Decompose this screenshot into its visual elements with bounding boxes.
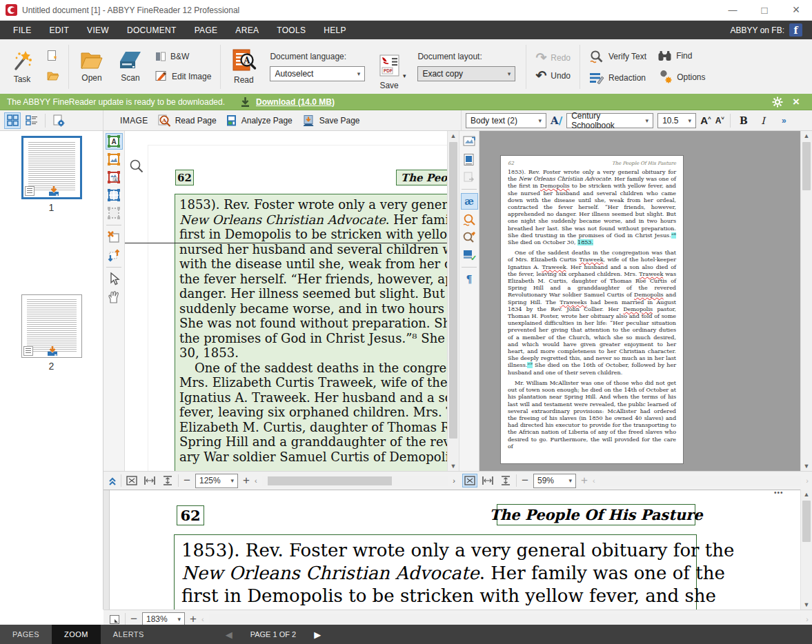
- zoom-in-button[interactable]: +: [188, 614, 199, 625]
- fit-width-button[interactable]: [142, 474, 157, 487]
- close-button[interactable]: ×: [780, 0, 812, 20]
- edit-image-button[interactable]: Edit Image: [155, 70, 211, 82]
- download-link[interactable]: Download (14.0 MB): [256, 97, 335, 107]
- menu-page[interactable]: PAGE: [186, 26, 227, 35]
- status-tab-pages[interactable]: PAGES: [0, 625, 52, 644]
- recognized-paragraph[interactable]: 1853). Rev. Foster wrote only a very gen…: [508, 169, 676, 246]
- zoom-in-button[interactable]: +: [241, 475, 252, 486]
- recognized-paragraph[interactable]: Mr. William McAllister was one of those …: [508, 380, 676, 450]
- menu-help[interactable]: HELP: [315, 26, 355, 35]
- text-area-tool[interactable]: A: [106, 133, 123, 150]
- redaction-button[interactable]: Redaction: [589, 72, 646, 84]
- menu-document[interactable]: DOCUMENT: [118, 26, 186, 35]
- special-characters-button[interactable]: æ: [461, 193, 478, 210]
- paragraph-style-select[interactable]: Body text (2)▾: [466, 113, 546, 128]
- analyze-page-button[interactable]: Analyze Page: [226, 114, 293, 127]
- new-document-button[interactable]: *: [47, 50, 59, 64]
- redo-button[interactable]: ↷ Redo: [535, 53, 571, 63]
- image-pane-vscrollbar[interactable]: ▲ ▼: [447, 131, 459, 471]
- splitter-grip[interactable]: •••: [774, 490, 784, 496]
- verify-spelling-button[interactable]: [461, 211, 478, 228]
- image-zoom-select[interactable]: 125%▾: [195, 474, 238, 488]
- table-area-tool[interactable]: [106, 187, 123, 203]
- open-small-button[interactable]: [47, 71, 59, 83]
- banner-close-icon[interactable]: ×: [793, 97, 800, 107]
- document-language-select[interactable]: Autoselect▾: [270, 66, 365, 81]
- scroll-left-arrow[interactable]: ‹: [255, 476, 257, 485]
- banner-settings-gear-icon[interactable]: [772, 97, 783, 108]
- menu-file[interactable]: FILE: [4, 26, 41, 35]
- recognized-text-page[interactable]: 62 The People Of His Pasture 1853). Rev.…: [500, 155, 684, 464]
- text-zoom-select[interactable]: 59%▾: [533, 474, 576, 488]
- text-pane[interactable]: 62 The People Of His Pasture 1853). Rev.…: [479, 131, 800, 471]
- fit-width-button[interactable]: [480, 474, 495, 487]
- options-button[interactable]: Options: [657, 70, 705, 83]
- zoom-out-button[interactable]: −: [181, 475, 192, 486]
- save-page-button[interactable]: Save Page: [302, 114, 360, 127]
- document-layout-select[interactable]: Exact copy▾: [417, 66, 515, 81]
- more-tools-button[interactable]: »: [782, 116, 786, 125]
- zoom-out-button[interactable]: −: [128, 614, 139, 625]
- maximize-button[interactable]: □: [749, 0, 780, 20]
- task-button[interactable]: Task: [3, 42, 41, 92]
- menu-view[interactable]: VIEW: [78, 26, 118, 35]
- recognized-paragraph[interactable]: One of the saddest deaths in the congreg…: [508, 250, 676, 376]
- undo-button[interactable]: ↶ Undo: [535, 71, 571, 81]
- increase-font-button[interactable]: A˄: [700, 114, 711, 126]
- italic-button[interactable]: I: [755, 115, 771, 126]
- open-button[interactable]: Open: [72, 42, 111, 92]
- facebook-icon[interactable]: f: [789, 23, 802, 37]
- thumbnail-grid-view-button[interactable]: [4, 112, 21, 129]
- zoom-pane-mode-button[interactable]: [107, 612, 122, 626]
- fit-page-button[interactable]: [462, 474, 477, 487]
- zoom-in-button[interactable]: +: [579, 475, 590, 486]
- find-button[interactable]: Find: [657, 50, 705, 62]
- formatting-marks-button[interactable]: ¶: [461, 271, 478, 288]
- next-page-button[interactable]: ▶: [314, 630, 321, 640]
- find-replace-button[interactable]: [461, 229, 478, 245]
- picture-area-tool[interactable]: [106, 151, 123, 168]
- image-pane[interactable]: 62 The People Of His Pasture 1853). Rev.…: [125, 131, 447, 471]
- text-area[interactable]: 1853). Rev. Foster wrote only a very gen…: [175, 194, 447, 471]
- font-style-icon[interactable]: A/: [551, 114, 562, 127]
- font-family-select[interactable]: Century Schoolbook▾: [566, 113, 653, 128]
- menu-area[interactable]: AREA: [226, 26, 268, 35]
- previous-page-button[interactable]: ◀: [226, 630, 232, 640]
- collapse-pane-icon[interactable]: [107, 476, 118, 486]
- running-header-area[interactable]: The People Of His Pasture: [396, 170, 447, 185]
- page-thumbnail-1[interactable]: [21, 136, 82, 199]
- text-pane-vscrollbar[interactable]: ▲ ▼: [800, 131, 812, 471]
- fit-height-button[interactable]: [160, 474, 175, 487]
- send-page-button[interactable]: [461, 169, 478, 185]
- zoom-out-button[interactable]: −: [519, 475, 531, 486]
- reorder-areas-tool[interactable]: [106, 247, 123, 263]
- select-cursor-tool[interactable]: [106, 271, 123, 288]
- decrease-font-button[interactable]: A˅: [715, 115, 724, 125]
- recognition-area-tool[interactable]: [106, 205, 123, 221]
- show-text-view-button[interactable]: [461, 151, 478, 168]
- scan-button[interactable]: Scan: [111, 42, 150, 92]
- image-pane-hscrollbar[interactable]: [262, 476, 448, 486]
- save-button[interactable]: PDF Save ▾: [372, 42, 410, 92]
- fit-height-button[interactable]: [498, 474, 513, 487]
- read-button[interactable]: A Read: [224, 42, 263, 92]
- check-pages-button[interactable]: ✓: [461, 247, 478, 263]
- show-image-view-button[interactable]: [461, 133, 478, 150]
- bw-button[interactable]: B&W: [155, 51, 211, 62]
- menu-edit[interactable]: EDIT: [41, 26, 79, 35]
- hand-pan-tool[interactable]: [106, 289, 123, 305]
- read-page-button[interactable]: A Read Page: [158, 114, 217, 127]
- font-size-select[interactable]: 10.5▾: [657, 113, 696, 128]
- verify-text-button[interactable]: Verify Text: [589, 50, 646, 63]
- background-picture-area-tool[interactable]: A: [106, 169, 123, 185]
- scroll-right-arrow[interactable]: ›: [453, 476, 455, 485]
- status-tab-zoom[interactable]: ZOOM: [52, 625, 101, 644]
- thumbnail-list-view-button[interactable]: [23, 112, 40, 129]
- status-tab-alerts[interactable]: ALERTS: [101, 625, 157, 644]
- save-dropdown-arrow[interactable]: ▾: [403, 72, 406, 90]
- fit-page-button[interactable]: [124, 474, 139, 487]
- minimize-button[interactable]: —: [717, 0, 749, 20]
- page-properties-button[interactable]: [50, 112, 67, 129]
- page-number-area[interactable]: 62: [175, 170, 194, 185]
- page-thumbnail-2[interactable]: [21, 294, 82, 358]
